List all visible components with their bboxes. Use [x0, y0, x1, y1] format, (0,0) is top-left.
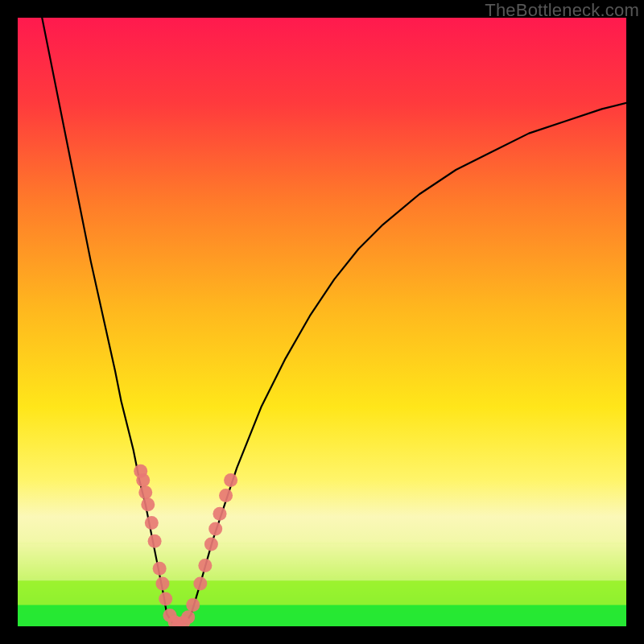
color-bands — [18, 544, 626, 626]
marker-dot — [219, 489, 233, 502]
marker-dot — [138, 485, 152, 499]
marker-dot — [224, 473, 237, 487]
marker-dot — [198, 559, 212, 572]
marker-dot — [159, 592, 172, 605]
marker-dot — [145, 516, 159, 530]
marker-dot — [213, 507, 226, 521]
svg-rect-1 — [18, 580, 626, 605]
chart-frame: TheBottleneck.com — [0, 0, 644, 644]
plot-area — [18, 18, 626, 626]
watermark-text: TheBottleneck.com — [485, 0, 639, 21]
marker-dot — [181, 610, 195, 624]
svg-rect-0 — [18, 605, 626, 626]
marker-dot — [155, 577, 169, 591]
marker-dot — [136, 473, 150, 487]
marker-dot — [141, 497, 155, 511]
marker-dot — [193, 577, 207, 591]
chart-svg — [18, 18, 626, 626]
marker-dot — [186, 598, 200, 612]
marker-dot — [208, 522, 222, 536]
gradient-background — [18, 18, 626, 626]
marker-dot — [204, 537, 218, 551]
marker-dot — [148, 535, 162, 548]
marker-dot — [153, 562, 167, 576]
svg-rect-2 — [18, 544, 626, 580]
